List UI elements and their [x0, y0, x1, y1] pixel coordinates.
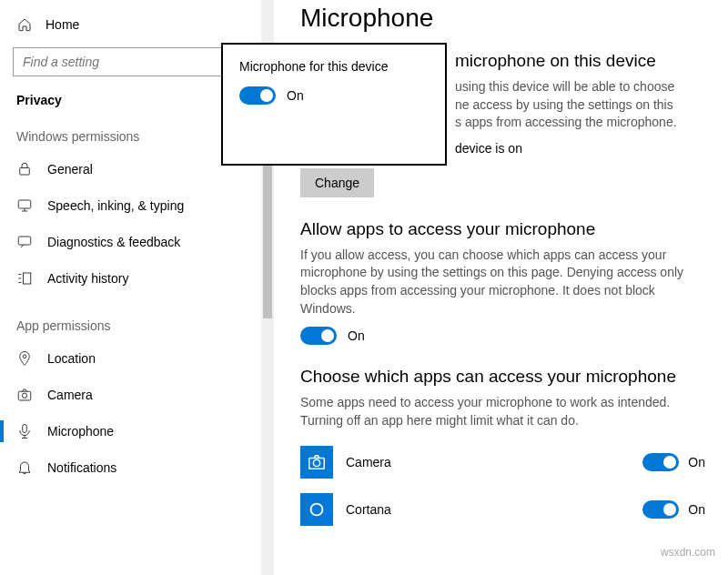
allow-apps-toggle[interactable] [300, 327, 337, 345]
svg-point-9 [313, 460, 319, 467]
svg-rect-2 [18, 237, 31, 245]
camera-app-icon [300, 446, 333, 479]
svg-rect-3 [24, 273, 31, 284]
svg-point-4 [23, 355, 26, 358]
sidebar-item-location[interactable]: Location [0, 340, 273, 377]
svg-point-6 [22, 393, 26, 398]
allow-apps-toggle-row: On [300, 327, 705, 345]
section-heading: Choose which apps can access your microp… [300, 367, 705, 387]
toggle-state-label: On [688, 502, 705, 517]
app-name-label: Cortana [346, 502, 642, 517]
svg-rect-7 [23, 425, 27, 433]
sidebar-item-label: Location [47, 351, 96, 366]
app-name-label: Camera [346, 455, 642, 469]
history-icon [16, 270, 33, 287]
toggle-state-label: On [688, 455, 705, 469]
location-icon [16, 350, 33, 367]
sidebar-item-label: General [47, 162, 93, 177]
feedback-icon [16, 234, 33, 250]
svg-rect-0 [20, 168, 30, 176]
sidebar-item-diagnostics[interactable]: Diagnostics & feedback [0, 224, 273, 260]
sidebar-item-activity[interactable]: Activity history [0, 260, 273, 297]
home-icon [16, 16, 33, 33]
microphone-icon [16, 423, 33, 439]
sidebar-item-label: Notifications [47, 460, 116, 475]
sidebar-item-label: Camera [47, 388, 93, 402]
camera-icon [16, 387, 33, 403]
speech-icon [16, 197, 33, 214]
lock-icon [16, 161, 33, 177]
svg-point-10 [311, 504, 323, 516]
sidebar-item-speech[interactable]: Speech, inking, & typing [0, 187, 273, 224]
toggle-state-label: On [287, 88, 304, 103]
section-description: Some apps need to access your microphone… [300, 394, 705, 429]
change-button[interactable]: Change [300, 168, 374, 197]
sidebar-item-label: Diagnostics & feedback [47, 235, 180, 249]
bell-icon [16, 459, 33, 476]
home-link[interactable]: Home [0, 9, 273, 40]
svg-rect-1 [18, 200, 31, 208]
sidebar-item-label: Activity history [47, 271, 128, 286]
sidebar-item-microphone[interactable]: Microphone [0, 413, 273, 449]
section-allow-apps: Allow apps to access your microphone If … [300, 219, 705, 345]
watermark: wsxdn.com [661, 546, 715, 559]
change-popup: Microphone for this device On [221, 43, 447, 166]
cortana-app-icon [300, 493, 333, 526]
section-description: If you allow access, you can choose whic… [300, 247, 705, 318]
section-title-app-permissions: App permissions [0, 311, 273, 340]
home-label: Home [46, 17, 79, 32]
camera-app-toggle[interactable] [642, 453, 679, 471]
sidebar-item-notifications[interactable]: Notifications [0, 449, 273, 486]
page-title: Microphone [300, 4, 705, 33]
cortana-app-toggle[interactable] [642, 500, 679, 519]
sidebar-item-label: Speech, inking, & typing [47, 198, 184, 213]
popup-toggle[interactable] [239, 86, 276, 105]
section-choose-apps: Choose which apps can access your microp… [300, 367, 705, 533]
popup-title: Microphone for this device [239, 59, 429, 74]
sidebar-item-label: Microphone [47, 424, 114, 439]
app-row-cortana: Cortana On [300, 486, 705, 533]
toggle-state-label: On [348, 328, 365, 343]
app-row-camera: Camera On [300, 439, 705, 486]
sidebar-item-camera[interactable]: Camera [0, 377, 273, 413]
popup-toggle-row: On [239, 86, 429, 105]
section-heading: Allow apps to access your microphone [300, 219, 705, 239]
